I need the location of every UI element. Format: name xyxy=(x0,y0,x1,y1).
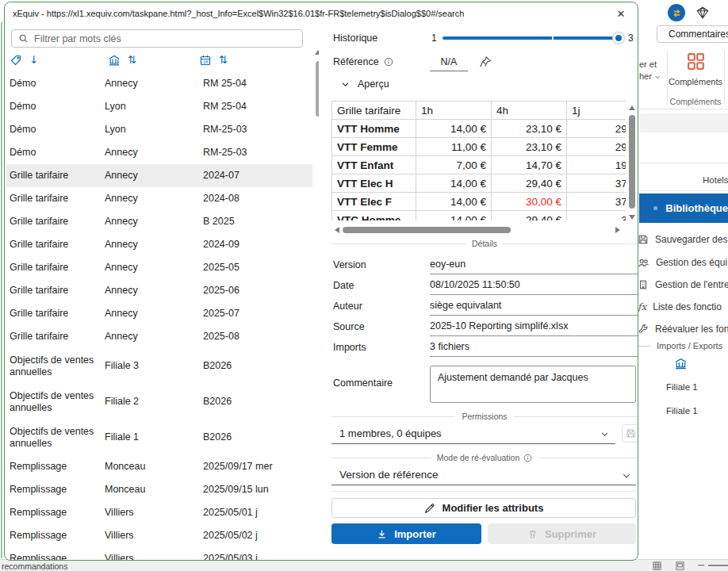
list-cell: Grille tarifaire xyxy=(6,216,105,228)
preview-cell: 29,0 xyxy=(567,120,626,138)
screen: Commentaires ) er et her Compléments Com… xyxy=(0,0,728,571)
mode-dropdown[interactable]: Version de référence xyxy=(331,464,636,485)
list-cell: 2025-08 xyxy=(203,331,312,343)
list-scroll-up[interactable] xyxy=(315,50,319,55)
wrench-icon xyxy=(638,324,649,335)
sort-by-date[interactable]: 18 ⇅ xyxy=(199,54,228,67)
list-item[interactable]: Grille tarifaireAnnecy2024-07 xyxy=(6,164,312,187)
list-item[interactable]: DémoLyonRM-25-03 xyxy=(6,118,312,141)
history-slider[interactable] xyxy=(443,36,619,40)
filiale-item[interactable]: Filiale 1 xyxy=(666,406,698,416)
list-item[interactable]: RemplissageVilliers2025/05/03 j xyxy=(6,547,312,561)
preview-scroll-right[interactable] xyxy=(615,227,620,233)
complements-button[interactable]: Compléments xyxy=(669,52,722,86)
search-box[interactable] xyxy=(11,29,303,48)
list-item[interactable]: DémoAnnecyRM 25-04 xyxy=(6,72,312,95)
taskpane-item-sauvegarder[interactable]: Sauvegarder des do xyxy=(638,228,728,251)
sort-by-type[interactable]: ↓ xyxy=(10,54,38,67)
zoom-slider[interactable] xyxy=(708,565,728,566)
list-cell: Monceau xyxy=(105,461,203,473)
preview-scroll-up[interactable] xyxy=(629,105,635,110)
field-source: Source 2025-10 Reporting simplifé.xlsx xyxy=(333,316,638,337)
list-item[interactable]: Grille tarifaireAnnecy2024-08 xyxy=(6,187,312,210)
list-cell: 2025-06 xyxy=(203,285,312,297)
preview-scroll-down[interactable] xyxy=(629,215,635,220)
status-bar xyxy=(0,559,728,571)
list-item[interactable]: Grille tarifaireAnnecy2025-06 xyxy=(6,279,312,302)
list-item[interactable]: DémoLyonRM 25-04 xyxy=(6,95,312,118)
sort-by-site[interactable]: ⇅ xyxy=(108,54,136,67)
reference-value[interactable]: N/A xyxy=(430,53,468,71)
ribbon-clipped-button[interactable]: er et her xyxy=(639,59,661,82)
list-cell: 2025/05/02 j xyxy=(203,530,312,542)
list-item[interactable]: Objectifs de ventes annuellesFiliale 1B2… xyxy=(6,420,312,455)
list-item[interactable]: Grille tarifaireAnnecyB 2025 xyxy=(6,210,312,233)
page-layout-view-icon[interactable] xyxy=(676,561,684,570)
xequiv-addin-icon[interactable] xyxy=(668,4,685,21)
list-cell: Démo xyxy=(6,124,105,136)
pin-icon[interactable] xyxy=(479,56,492,68)
list-item[interactable]: RemplissageMonceau2025/09/15 lun xyxy=(6,478,312,501)
list-item[interactable]: Grille tarifaireAnnecy2025-07 xyxy=(6,302,312,325)
comments-button[interactable]: Commentaires xyxy=(657,25,728,43)
list-cell: Filiale 3 xyxy=(105,360,203,372)
normal-view-icon[interactable] xyxy=(653,561,661,570)
preview-vscrollbar-thumb[interactable] xyxy=(629,115,635,209)
zoom-out-button[interactable]: − xyxy=(697,559,706,571)
list-cell: Grille tarifaire xyxy=(6,285,105,297)
slider-min-label: 1 xyxy=(431,33,437,44)
bank-icon[interactable] xyxy=(674,357,688,370)
list-cell: Grille tarifaire xyxy=(6,170,105,182)
field-value: siège equivalant xyxy=(430,296,638,316)
ribbon-divider xyxy=(724,51,725,105)
list-cell: Objectifs de ventes annuelles xyxy=(6,426,105,450)
list-item[interactable]: Grille tarifaireAnnecy2025-08 xyxy=(6,325,312,348)
import-button[interactable]: Importer xyxy=(331,523,481,544)
list-item[interactable]: Objectifs de ventes annuellesFiliale 2B2… xyxy=(6,384,312,420)
list-item[interactable]: Objectifs de ventes annuellesFiliale 3B2… xyxy=(6,348,312,384)
preview-hscrollbar-thumb[interactable] xyxy=(343,227,511,233)
list-item[interactable]: RemplissageVilliers2025/05/01 j xyxy=(6,501,312,524)
list-item[interactable]: RemplissageMonceau2025/09/17 mer xyxy=(6,455,312,478)
divider-line xyxy=(331,491,636,492)
taskpane-item-gestion-entreprise[interactable]: Gestion de l'entre xyxy=(638,274,728,296)
preview-cell: 14,00 € xyxy=(416,174,492,193)
taskpane-item-liste-fonctions[interactable]: ƒx Liste des fonctio xyxy=(638,296,722,318)
list-cell: 2024-07 xyxy=(203,170,312,182)
preview-cell: 14,00 € xyxy=(416,193,492,211)
preview-cell: VTT Femme xyxy=(332,138,416,156)
list-cell: 2024-08 xyxy=(203,193,312,205)
library-header[interactable]: Bibliothèque xyxy=(639,194,728,223)
list-cell: Démo xyxy=(6,78,105,90)
taskpane-item-gestion-equipes[interactable]: Gestion des équi xyxy=(638,251,727,274)
list-cell: Annecy xyxy=(105,193,203,205)
reference-label: Référence xyxy=(333,56,393,67)
save-permissions-button[interactable] xyxy=(622,424,638,443)
taskpane-item-reevaluer[interactable]: Réévaluer les fonc xyxy=(638,318,728,340)
filiale-item[interactable]: Filiale 1 xyxy=(666,382,698,392)
apercu-section-toggle[interactable]: Aperçu xyxy=(341,79,389,90)
excel-left-edge xyxy=(1,22,2,558)
preview-cell: 23,10 € xyxy=(492,120,567,138)
preview-cell: 14,00 € xyxy=(416,120,492,138)
list-item[interactable]: Grille tarifaireAnnecy2024-09 xyxy=(6,233,312,256)
list-cell: B2026 xyxy=(203,431,312,443)
preview-table-wrap: Grille tarifaire1h4h1jVTT Homme14,00 €23… xyxy=(331,101,626,220)
close-button[interactable]: ✕ xyxy=(612,8,630,20)
preview-scroll-left[interactable] xyxy=(335,227,339,233)
comment-input[interactable]: Ajustement demandé par Jacques xyxy=(430,366,636,403)
list-scrollbar-thumb[interactable] xyxy=(316,61,319,117)
slider-thumb[interactable] xyxy=(613,33,624,44)
list-cell: Grille tarifaire xyxy=(6,308,105,320)
xequiv-dialog: xEquiv - https://xl1.xequiv.com/taskpane… xyxy=(4,2,638,561)
list-item[interactable]: RemplissageVilliers2025/05/02 j xyxy=(6,524,312,547)
list-item[interactable]: Grille tarifaireAnnecy2025-05 xyxy=(6,256,312,279)
list-item[interactable]: DémoAnnecyRM-25-03 xyxy=(6,141,312,164)
delete-button[interactable]: Supprimer xyxy=(488,523,636,544)
diamond-icon[interactable] xyxy=(695,6,710,20)
list-cell: Annecy xyxy=(105,170,203,182)
modify-attributes-button[interactable]: Modifier les attributs xyxy=(331,498,636,518)
permissions-dropdown[interactable]: 1 membres, 0 équipes xyxy=(331,423,615,444)
svg-text:18: 18 xyxy=(203,59,208,64)
search-input[interactable] xyxy=(34,33,296,44)
